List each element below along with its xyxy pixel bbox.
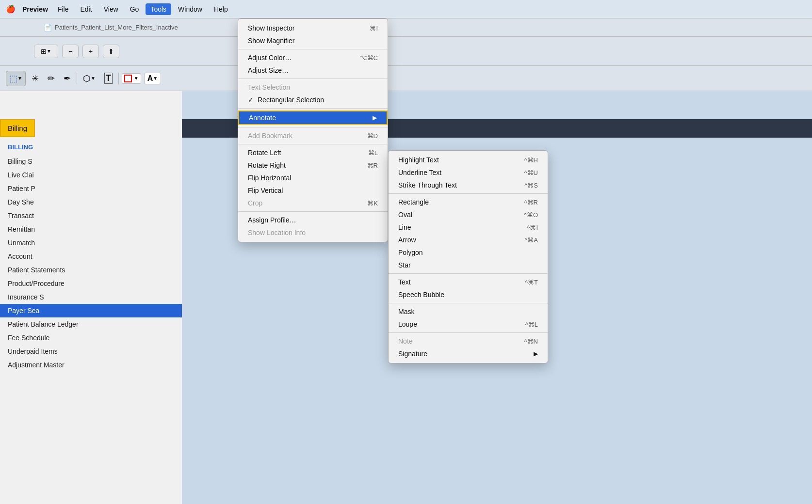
signature-submenu-arrow: ▶ bbox=[534, 350, 538, 357]
window-title: 📄 Patients_Patient_List_More_Filters_Ina… bbox=[44, 24, 178, 32]
submenu-item-speech-bubble[interactable]: Speech Bubble bbox=[389, 288, 548, 301]
sidebar-item-payer-search[interactable]: Payer Search bbox=[0, 304, 182, 317]
loupe-label: Loupe bbox=[398, 320, 417, 328]
menu-separator-5 bbox=[238, 144, 388, 144]
sidebar-item-underpaid[interactable]: Underpaid Items bbox=[0, 345, 182, 358]
menu-item-rect-selection[interactable]: ✓ Rectangular Selection bbox=[238, 94, 388, 106]
draw-tool[interactable]: ✒ bbox=[61, 71, 74, 86]
menu-item-go[interactable]: Go bbox=[125, 3, 144, 15]
menu-item-tools[interactable]: Tools bbox=[146, 3, 171, 15]
submenu-item-arrow[interactable]: Arrow ^⌘A bbox=[389, 234, 548, 246]
menu-item-adjust-color[interactable]: Adjust Color… ⌥⌘C bbox=[238, 51, 388, 64]
show-location-info-label: Show Location Info bbox=[248, 229, 306, 236]
underline-text-label: Underline Text bbox=[398, 169, 441, 176]
submenu-item-underline-text[interactable]: Underline Text ^⌘U bbox=[389, 166, 548, 179]
sketch-tool[interactable]: ✏ bbox=[45, 71, 58, 86]
submenu-item-rectangle[interactable]: Rectangle ^⌘R bbox=[389, 196, 548, 208]
draw-icon: ✒ bbox=[64, 73, 71, 84]
toolbar-separator bbox=[77, 73, 77, 84]
crop-label: Crop bbox=[248, 199, 262, 207]
submenu-item-note[interactable]: Note ^⌘N bbox=[389, 335, 548, 347]
sidebar-toggle-button[interactable]: ⊞ ▼ bbox=[34, 45, 58, 58]
assign-profile-label: Assign Profile… bbox=[248, 216, 296, 224]
sidebar-item-product[interactable]: Product/Procedure bbox=[0, 277, 182, 290]
rect-selection-label: Rectangular Selection bbox=[258, 96, 324, 104]
sidebar-item-patient-statements[interactable]: Patient Statements bbox=[0, 263, 182, 277]
rotate-left-label: Rotate Left bbox=[248, 149, 281, 157]
menu-item-annotate[interactable]: Annotate ▶ bbox=[238, 110, 388, 125]
submenu-item-highlight-text[interactable]: Highlight Text ^⌘H bbox=[389, 154, 548, 166]
submenu-item-line[interactable]: Line ^⌘I bbox=[389, 221, 548, 234]
menu-item-file[interactable]: File bbox=[53, 3, 74, 15]
apple-logo[interactable]: 🍎 bbox=[6, 4, 16, 14]
highlight-text-shortcut: ^⌘H bbox=[524, 157, 538, 164]
zoom-out-button[interactable]: − bbox=[62, 45, 79, 58]
tools-menu: Show Inspector ⌘I Show Magnifier Adjust … bbox=[238, 18, 388, 242]
menu-item-show-location-info[interactable]: Show Location Info bbox=[238, 226, 388, 239]
menu-item-view[interactable]: View bbox=[99, 3, 123, 15]
menu-item-text-selection[interactable]: Text Selection bbox=[238, 81, 388, 94]
menu-item-rotate-right[interactable]: Rotate Right ⌘R bbox=[238, 159, 388, 172]
color-dropdown-arrow[interactable]: ▼ bbox=[134, 76, 139, 81]
rect-select-tool[interactable]: ⬚ ▼ bbox=[6, 71, 26, 86]
menu-item-crop[interactable]: Crop ⌘K bbox=[238, 197, 388, 209]
submenu-item-mask[interactable]: Mask bbox=[389, 305, 548, 318]
menu-item-rotate-left[interactable]: Rotate Left ⌘L bbox=[238, 146, 388, 159]
smart-lasso-tool[interactable]: ✳ bbox=[29, 71, 42, 86]
submenu-item-oval[interactable]: Oval ^⌘O bbox=[389, 208, 548, 221]
menu-item-edit[interactable]: Edit bbox=[76, 3, 97, 15]
submenu-item-loupe[interactable]: Loupe ^⌘L bbox=[389, 318, 548, 331]
sidebar-item-remittance[interactable]: Remittance bbox=[0, 222, 182, 236]
rotate-right-label: Rotate Right bbox=[248, 161, 286, 169]
text-tool[interactable]: T bbox=[101, 71, 115, 86]
submenu-item-text[interactable]: Text ^⌘T bbox=[389, 276, 548, 288]
sidebar-item-account[interactable]: Account Aging bbox=[0, 250, 182, 263]
sidebar-item-balance-ledger[interactable]: Patient Balance Ledger bbox=[0, 317, 182, 331]
submenu-item-star[interactable]: Star bbox=[389, 259, 548, 271]
submenu-item-polygon[interactable]: Polygon bbox=[389, 246, 548, 259]
shapes-dropdown[interactable]: ▼ bbox=[91, 76, 96, 81]
sidebar-item-adjustment[interactable]: Adjustment Master bbox=[0, 358, 182, 372]
rect-select-dropdown[interactable]: ▼ bbox=[17, 76, 22, 81]
submenu-item-signature[interactable]: Signature ▶ bbox=[389, 347, 548, 360]
smart-lasso-icon: ✳ bbox=[32, 73, 39, 84]
submenu-item-strikethrough[interactable]: Strike Through Text ^⌘S bbox=[389, 179, 548, 191]
show-inspector-shortcut: ⌘I bbox=[370, 25, 378, 32]
sidebar-item-insurance[interactable]: Insurance Search bbox=[0, 290, 182, 304]
color-picker[interactable]: ▼ bbox=[122, 73, 141, 84]
sidebar-item-fee-schedule[interactable]: Fee Schedule bbox=[0, 331, 182, 345]
arrow-shortcut: ^⌘A bbox=[524, 236, 538, 244]
sidebar-item-billing-summary[interactable]: Billing Summary bbox=[0, 155, 182, 168]
sidebar-item-live-claims[interactable]: Live Claims Feed bbox=[0, 168, 182, 182]
font-dropdown-arrow[interactable]: ▼ bbox=[153, 76, 158, 81]
submenu-separator-3 bbox=[389, 303, 548, 303]
sidebar-item-day-sheet[interactable]: Day Sheet bbox=[0, 195, 182, 209]
sidebar-item-transaction[interactable]: Transaction Ledger bbox=[0, 209, 182, 222]
signature-label: Signature bbox=[398, 350, 427, 358]
toolbar-row2: ⬚ ▼ ✳ ✏ ✒ ⬡ ▼ T ▼ A ▼ bbox=[0, 66, 812, 91]
zoom-in-button[interactable]: + bbox=[82, 45, 99, 58]
color-swatch bbox=[124, 75, 132, 82]
menu-item-show-inspector[interactable]: Show Inspector ⌘I bbox=[238, 22, 388, 34]
menu-item-assign-profile[interactable]: Assign Profile… bbox=[238, 214, 388, 226]
shapes-tool[interactable]: ⬡ ▼ bbox=[80, 71, 98, 86]
sidebar-content: BILLING Billing Summary Live Claims Feed… bbox=[0, 140, 182, 504]
underline-text-shortcut: ^⌘U bbox=[524, 169, 538, 176]
menu-item-flip-horizontal[interactable]: Flip Horizontal bbox=[238, 172, 388, 184]
menu-item-flip-vertical[interactable]: Flip Vertical bbox=[238, 184, 388, 197]
menu-item-help[interactable]: Help bbox=[209, 3, 233, 15]
sidebar-item-unmatched[interactable]: Unmatched Payments bbox=[0, 236, 182, 250]
flip-vertical-label: Flip Vertical bbox=[248, 187, 283, 194]
arrow-label: Arrow bbox=[398, 236, 416, 244]
show-magnifier-label: Show Magnifier bbox=[248, 37, 295, 45]
menu-item-adjust-size[interactable]: Adjust Size… bbox=[238, 64, 388, 77]
sidebar-item-patient-payments[interactable]: Patient Payments bbox=[0, 182, 182, 195]
menu-item-window[interactable]: Window bbox=[173, 3, 207, 15]
font-picker[interactable]: A ▼ bbox=[144, 73, 161, 84]
menu-item-show-magnifier[interactable]: Show Magnifier bbox=[238, 34, 388, 47]
menu-item-add-bookmark[interactable]: Add Bookmark ⌘D bbox=[238, 129, 388, 142]
billing-tab[interactable]: Billing bbox=[0, 119, 35, 137]
note-label: Note bbox=[398, 337, 413, 345]
app-name[interactable]: Preview bbox=[22, 5, 48, 13]
share-button[interactable]: ⬆ bbox=[103, 45, 119, 58]
